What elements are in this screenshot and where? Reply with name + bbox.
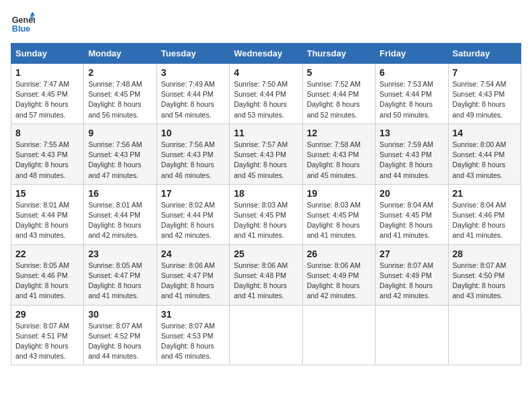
day-info: Sunrise: 8:07 AMSunset: 4:53 PMDaylight:… xyxy=(161,321,225,362)
day-info: Sunrise: 7:58 AMSunset: 4:43 PMDaylight:… xyxy=(307,140,371,181)
day-number: 22 xyxy=(15,248,79,259)
day-info: Sunrise: 7:56 AMSunset: 4:43 PMDaylight:… xyxy=(88,140,152,181)
calendar-cell: 7 Sunrise: 7:54 AMSunset: 4:43 PMDayligh… xyxy=(448,64,521,124)
day-info: Sunrise: 7:53 AMSunset: 4:44 PMDaylight:… xyxy=(380,79,443,120)
calendar-cell: 3 Sunrise: 7:49 AMSunset: 4:44 PMDayligh… xyxy=(157,64,229,124)
day-number: 14 xyxy=(453,128,517,138)
day-number: 3 xyxy=(161,67,225,78)
logo: General Blue xyxy=(11,11,38,35)
day-number: 17 xyxy=(161,188,225,199)
day-info: Sunrise: 8:02 AMSunset: 4:44 PMDaylight:… xyxy=(161,200,225,241)
day-info: Sunrise: 7:52 AMSunset: 4:44 PMDaylight:… xyxy=(307,79,371,120)
svg-marker-2 xyxy=(30,12,35,15)
calendar-cell: 27 Sunrise: 8:07 AMSunset: 4:49 PMDaylig… xyxy=(375,244,448,305)
day-info: Sunrise: 7:56 AMSunset: 4:43 PMDaylight:… xyxy=(161,140,225,181)
day-info: Sunrise: 8:04 AMSunset: 4:46 PMDaylight:… xyxy=(453,200,517,241)
day-number: 6 xyxy=(380,67,443,78)
day-info: Sunrise: 8:07 AMSunset: 4:52 PMDaylight:… xyxy=(88,321,152,362)
calendar-week-row: 8 Sunrise: 7:55 AMSunset: 4:43 PMDayligh… xyxy=(11,124,521,184)
calendar-cell: 16 Sunrise: 8:01 AMSunset: 4:44 PMDaylig… xyxy=(84,184,157,244)
calendar-cell: 23 Sunrise: 8:05 AMSunset: 4:47 PMDaylig… xyxy=(84,244,157,305)
calendar-cell: 6 Sunrise: 7:53 AMSunset: 4:44 PMDayligh… xyxy=(375,64,448,124)
calendar-week-row: 1 Sunrise: 7:47 AMSunset: 4:45 PMDayligh… xyxy=(11,64,521,124)
day-info: Sunrise: 8:07 AMSunset: 4:50 PMDaylight:… xyxy=(453,261,517,302)
calendar-cell xyxy=(375,305,448,365)
day-info: Sunrise: 8:01 AMSunset: 4:44 PMDaylight:… xyxy=(88,200,152,241)
day-number: 30 xyxy=(88,309,152,320)
calendar-week-row: 15 Sunrise: 8:01 AMSunset: 4:44 PMDaylig… xyxy=(11,184,521,244)
day-number: 9 xyxy=(88,128,152,138)
calendar-cell: 20 Sunrise: 8:04 AMSunset: 4:45 PMDaylig… xyxy=(375,184,448,244)
day-info: Sunrise: 8:03 AMSunset: 4:45 PMDaylight:… xyxy=(307,200,371,241)
calendar-header-row: SundayMondayTuesdayWednesdayThursdayFrid… xyxy=(11,44,521,64)
day-number: 10 xyxy=(161,128,225,138)
calendar-week-row: 22 Sunrise: 8:05 AMSunset: 4:46 PMDaylig… xyxy=(11,244,521,305)
day-number: 4 xyxy=(234,67,298,78)
day-info: Sunrise: 8:05 AMSunset: 4:46 PMDaylight:… xyxy=(15,261,79,302)
page-header: General Blue xyxy=(11,11,521,35)
day-number: 19 xyxy=(307,188,371,199)
calendar-cell: 14 Sunrise: 8:00 AMSunset: 4:44 PMDaylig… xyxy=(448,124,521,184)
day-number: 27 xyxy=(380,248,443,259)
calendar-cell: 19 Sunrise: 8:03 AMSunset: 4:45 PMDaylig… xyxy=(302,184,375,244)
day-number: 2 xyxy=(88,67,152,78)
col-header-friday: Friday xyxy=(375,44,448,64)
day-number: 15 xyxy=(15,188,79,199)
svg-text:Blue: Blue xyxy=(12,24,30,34)
day-info: Sunrise: 8:00 AMSunset: 4:44 PMDaylight:… xyxy=(453,140,517,181)
calendar-cell: 12 Sunrise: 7:58 AMSunset: 4:43 PMDaylig… xyxy=(302,124,375,184)
day-info: Sunrise: 7:59 AMSunset: 4:43 PMDaylight:… xyxy=(380,140,443,181)
col-header-sunday: Sunday xyxy=(11,44,84,64)
day-info: Sunrise: 8:07 AMSunset: 4:49 PMDaylight:… xyxy=(380,261,443,302)
calendar-cell: 4 Sunrise: 7:50 AMSunset: 4:44 PMDayligh… xyxy=(230,64,302,124)
calendar-cell: 31 Sunrise: 8:07 AMSunset: 4:53 PMDaylig… xyxy=(157,305,229,365)
day-number: 1 xyxy=(15,67,79,78)
calendar-cell xyxy=(448,305,521,365)
calendar-week-row: 29 Sunrise: 8:07 AMSunset: 4:51 PMDaylig… xyxy=(11,305,521,365)
calendar-cell: 22 Sunrise: 8:05 AMSunset: 4:46 PMDaylig… xyxy=(11,244,84,305)
calendar-cell: 1 Sunrise: 7:47 AMSunset: 4:45 PMDayligh… xyxy=(11,64,84,124)
day-info: Sunrise: 8:06 AMSunset: 4:47 PMDaylight:… xyxy=(161,261,225,302)
calendar-cell xyxy=(302,305,375,365)
day-info: Sunrise: 7:54 AMSunset: 4:43 PMDaylight:… xyxy=(453,79,517,120)
day-number: 26 xyxy=(307,248,371,259)
day-info: Sunrise: 8:04 AMSunset: 4:45 PMDaylight:… xyxy=(380,200,443,241)
calendar-cell: 25 Sunrise: 8:06 AMSunset: 4:48 PMDaylig… xyxy=(230,244,302,305)
day-number: 12 xyxy=(307,128,371,138)
day-number: 23 xyxy=(88,248,152,259)
calendar-cell: 5 Sunrise: 7:52 AMSunset: 4:44 PMDayligh… xyxy=(302,64,375,124)
day-number: 21 xyxy=(453,188,517,199)
calendar-cell: 13 Sunrise: 7:59 AMSunset: 4:43 PMDaylig… xyxy=(375,124,448,184)
day-number: 28 xyxy=(453,248,517,259)
calendar-cell: 30 Sunrise: 8:07 AMSunset: 4:52 PMDaylig… xyxy=(84,305,157,365)
day-number: 25 xyxy=(234,248,298,259)
day-info: Sunrise: 7:55 AMSunset: 4:43 PMDaylight:… xyxy=(15,140,79,181)
col-header-wednesday: Wednesday xyxy=(230,44,302,64)
calendar-cell: 2 Sunrise: 7:48 AMSunset: 4:45 PMDayligh… xyxy=(84,64,157,124)
day-info: Sunrise: 8:01 AMSunset: 4:44 PMDaylight:… xyxy=(15,200,79,241)
day-info: Sunrise: 7:47 AMSunset: 4:45 PMDaylight:… xyxy=(15,79,79,120)
calendar-cell xyxy=(230,305,302,365)
day-info: Sunrise: 7:49 AMSunset: 4:44 PMDaylight:… xyxy=(161,79,225,120)
day-number: 16 xyxy=(88,188,152,199)
day-info: Sunrise: 8:07 AMSunset: 4:51 PMDaylight:… xyxy=(15,321,79,362)
day-info: Sunrise: 8:03 AMSunset: 4:45 PMDaylight:… xyxy=(234,200,298,241)
day-info: Sunrise: 7:57 AMSunset: 4:43 PMDaylight:… xyxy=(234,140,298,181)
calendar-cell: 24 Sunrise: 8:06 AMSunset: 4:47 PMDaylig… xyxy=(157,244,229,305)
calendar-cell: 11 Sunrise: 7:57 AMSunset: 4:43 PMDaylig… xyxy=(230,124,302,184)
day-info: Sunrise: 8:06 AMSunset: 4:48 PMDaylight:… xyxy=(234,261,298,302)
calendar-cell: 8 Sunrise: 7:55 AMSunset: 4:43 PMDayligh… xyxy=(11,124,84,184)
col-header-tuesday: Tuesday xyxy=(157,44,229,64)
day-info: Sunrise: 7:50 AMSunset: 4:44 PMDaylight:… xyxy=(234,79,298,120)
calendar-table: SundayMondayTuesdayWednesdayThursdayFrid… xyxy=(11,43,521,365)
day-number: 8 xyxy=(15,128,79,138)
day-number: 18 xyxy=(234,188,298,199)
day-number: 29 xyxy=(15,309,79,320)
calendar-cell: 18 Sunrise: 8:03 AMSunset: 4:45 PMDaylig… xyxy=(230,184,302,244)
col-header-saturday: Saturday xyxy=(448,44,521,64)
day-number: 24 xyxy=(161,248,225,259)
calendar-cell: 15 Sunrise: 8:01 AMSunset: 4:44 PMDaylig… xyxy=(11,184,84,244)
day-number: 31 xyxy=(161,309,225,320)
calendar-cell: 10 Sunrise: 7:56 AMSunset: 4:43 PMDaylig… xyxy=(157,124,229,184)
calendar-cell: 21 Sunrise: 8:04 AMSunset: 4:46 PMDaylig… xyxy=(448,184,521,244)
